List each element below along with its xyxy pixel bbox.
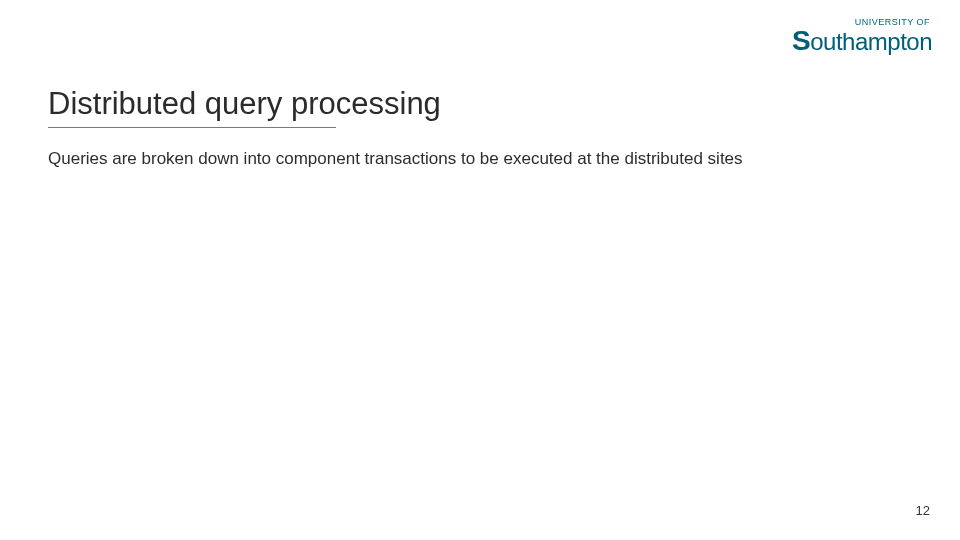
logo-s-letter: S <box>792 25 810 56</box>
page-number: 12 <box>916 503 930 518</box>
logo-rest: outhampton <box>810 28 932 55</box>
university-logo: UNIVERSITY OF Southampton <box>792 18 932 55</box>
title-underline <box>48 127 336 128</box>
logo-main: Southampton <box>792 27 932 55</box>
slide: UNIVERSITY OF Southampton Distributed qu… <box>0 0 960 540</box>
body-text: Queries are broken down into component t… <box>48 148 808 169</box>
logo-top-line: UNIVERSITY OF <box>792 18 932 27</box>
slide-title: Distributed query processing <box>48 86 441 122</box>
